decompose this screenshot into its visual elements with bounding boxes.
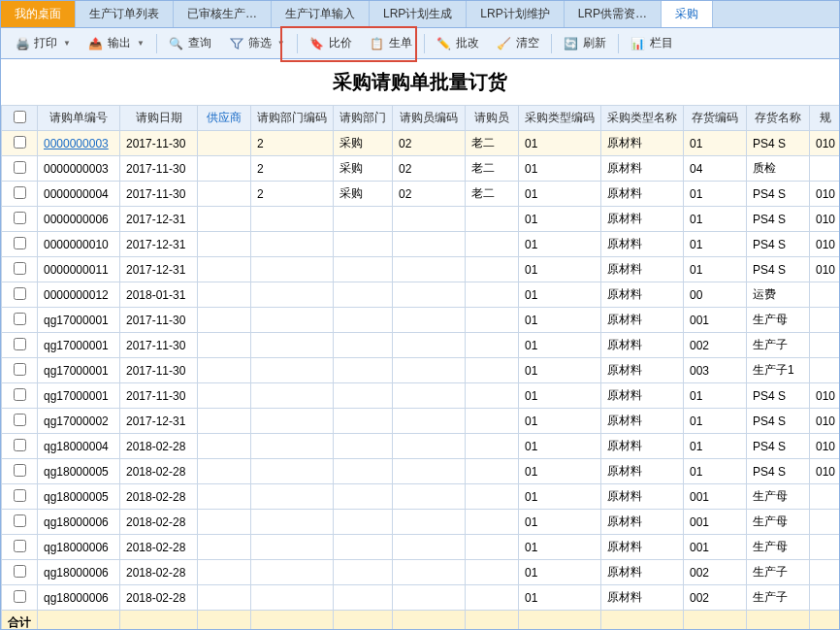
col-dept-code[interactable]: 请购部门编码 <box>251 106 334 131</box>
tab-0[interactable]: 我的桌面 <box>1 1 76 27</box>
cell-spec <box>810 484 840 510</box>
cell-number[interactable]: qg18000006 <box>38 510 120 535</box>
cell-number[interactable]: 0000000012 <box>38 282 120 308</box>
row-checkbox[interactable] <box>14 363 26 376</box>
table-row[interactable]: qg180000062018-02-2801原材料001生产母 <box>2 535 840 560</box>
cell-spec <box>810 585 840 611</box>
cell-number[interactable]: qg18000006 <box>38 560 120 585</box>
table-row[interactable]: qg180000052018-02-2801原材料001生产母 <box>2 484 840 510</box>
cell-dept-code <box>251 510 334 535</box>
tab-1[interactable]: 生产订单列表 <box>76 1 174 27</box>
table-row[interactable]: 00000000032017-11-302采购02老二01原材料01PS4 S0… <box>2 131 840 156</box>
row-checkbox[interactable] <box>14 186 26 199</box>
table-row[interactable]: qg170000012017-11-3001原材料01PS4 S010 <box>2 383 840 409</box>
batch-button[interactable]: ✏️ 批改 <box>429 32 487 54</box>
cell-number[interactable]: 0000000004 <box>38 182 120 207</box>
table-row[interactable]: 00000000122018-01-3101原材料00运费 <box>2 282 840 308</box>
row-checkbox[interactable] <box>14 287 26 300</box>
cell-type-code: 01 <box>519 282 601 308</box>
columns-button[interactable]: 📊 栏目 <box>623 32 681 54</box>
col-inv-code[interactable]: 存货编码 <box>684 106 747 131</box>
cell-spec: 010 <box>810 182 840 207</box>
generate-button[interactable]: 📋 生单 <box>362 32 420 54</box>
data-grid[interactable]: 请购单编号 请购日期 供应商 请购部门编码 请购部门 请购员编码 请购员 采购类… <box>1 105 839 629</box>
col-number[interactable]: 请购单编号 <box>38 106 120 131</box>
cell-number[interactable]: 0000000003 <box>38 156 120 182</box>
row-checkbox[interactable] <box>14 514 26 527</box>
cell-number[interactable]: 0000000006 <box>38 207 120 232</box>
col-date[interactable]: 请购日期 <box>120 106 198 131</box>
col-emp[interactable]: 请购员 <box>466 106 519 131</box>
col-emp-code[interactable]: 请购员编码 <box>393 106 466 131</box>
filter-button[interactable]: 筛选 ▼ <box>221 32 293 54</box>
query-button[interactable]: 🔍 查询 <box>161 32 219 54</box>
tab-4[interactable]: LRP计划生成 <box>370 1 467 27</box>
cell-number[interactable]: 0000000003 <box>38 131 120 156</box>
row-checkbox[interactable] <box>14 212 26 224</box>
select-all-header[interactable] <box>2 106 38 131</box>
tab-2[interactable]: 已审核生产… <box>174 1 272 27</box>
cell-inv-name: PS4 S <box>747 182 810 207</box>
cell-spec <box>810 333 840 358</box>
cell-number[interactable]: 0000000011 <box>38 257 120 282</box>
compare-button[interactable]: 🔖 比价 <box>302 32 360 54</box>
table-row[interactable]: qg180000052018-02-2801原材料01PS4 S010 <box>2 459 840 484</box>
table-row[interactable]: qg180000062018-02-2801原材料002生产子 <box>2 585 840 611</box>
row-checkbox[interactable] <box>14 489 26 502</box>
table-row[interactable]: 00000000062017-12-3101原材料01PS4 S010 <box>2 207 840 232</box>
tab-7[interactable]: 采购 <box>662 1 713 27</box>
cell-number[interactable]: qg18000006 <box>38 535 120 560</box>
col-inv-name[interactable]: 存货名称 <box>747 106 810 131</box>
table-row[interactable]: qg180000062018-02-2801原材料001生产母 <box>2 510 840 535</box>
col-spec[interactable]: 规 <box>810 106 840 131</box>
tab-6[interactable]: LRP供需资… <box>565 1 662 27</box>
table-row[interactable]: qg180000042018-02-2801原材料01PS4 S010 <box>2 434 840 459</box>
cell-supplier <box>198 156 251 182</box>
table-row[interactable]: 00000000102017-12-3101原材料01PS4 S010 <box>2 232 840 257</box>
row-checkbox[interactable] <box>14 590 26 603</box>
table-row[interactable]: qg170000022017-12-3101原材料01PS4 S010 <box>2 409 840 434</box>
row-checkbox[interactable] <box>14 237 26 249</box>
refresh-button[interactable]: 🔄 刷新 <box>556 32 614 54</box>
tab-3[interactable]: 生产订单输入 <box>272 1 370 27</box>
table-row[interactable]: qg170000012017-11-3001原材料001生产母 <box>2 308 840 333</box>
cell-supplier <box>198 560 251 585</box>
row-checkbox[interactable] <box>14 338 26 350</box>
cell-number[interactable]: qg17000001 <box>38 308 120 333</box>
cell-number[interactable]: qg18000004 <box>38 434 120 459</box>
col-type[interactable]: 采购类型名称 <box>601 106 684 131</box>
table-row[interactable]: qg170000012017-11-3001原材料003生产子1 <box>2 358 840 383</box>
table-row[interactable]: 00000000112017-12-3101原材料01PS4 S010 <box>2 257 840 282</box>
row-checkbox[interactable] <box>14 388 26 401</box>
clear-button[interactable]: 🧹 清空 <box>489 32 547 54</box>
col-dept[interactable]: 请购部门 <box>334 106 393 131</box>
cell-number[interactable]: qg17000001 <box>38 333 120 358</box>
row-checkbox[interactable] <box>14 464 26 477</box>
table-row[interactable]: qg170000012017-11-3001原材料002生产子 <box>2 333 840 358</box>
cell-number[interactable]: qg17000001 <box>38 358 120 383</box>
cell-dept <box>334 560 393 585</box>
export-button[interactable]: 📤 输出 ▼ <box>81 32 152 54</box>
col-supplier[interactable]: 供应商 <box>198 106 251 131</box>
row-checkbox[interactable] <box>14 262 26 275</box>
row-checkbox[interactable] <box>14 414 26 426</box>
row-checkbox[interactable] <box>14 439 26 451</box>
cell-number[interactable]: qg18000005 <box>38 459 120 484</box>
cell-number[interactable]: qg18000006 <box>38 585 120 611</box>
table-row[interactable]: 00000000042017-11-302采购02老二01原材料01PS4 S0… <box>2 182 840 207</box>
select-all-checkbox[interactable] <box>14 111 26 123</box>
row-checkbox[interactable] <box>14 565 26 578</box>
table-row[interactable]: 00000000032017-11-302采购02老二01原材料04质检 <box>2 156 840 182</box>
row-checkbox[interactable] <box>14 136 26 149</box>
table-row[interactable]: qg180000062018-02-2801原材料002生产子 <box>2 560 840 585</box>
print-button[interactable]: 🖨️ 打印 ▼ <box>7 32 79 54</box>
col-type-code[interactable]: 采购类型编码 <box>519 106 601 131</box>
cell-number[interactable]: qg17000002 <box>38 409 120 434</box>
cell-number[interactable]: 0000000010 <box>38 232 120 257</box>
row-checkbox[interactable] <box>14 313 26 325</box>
row-checkbox[interactable] <box>14 161 26 174</box>
cell-number[interactable]: qg18000005 <box>38 484 120 510</box>
cell-number[interactable]: qg17000001 <box>38 383 120 409</box>
row-checkbox[interactable] <box>14 540 26 552</box>
tab-5[interactable]: LRP计划维护 <box>467 1 564 27</box>
